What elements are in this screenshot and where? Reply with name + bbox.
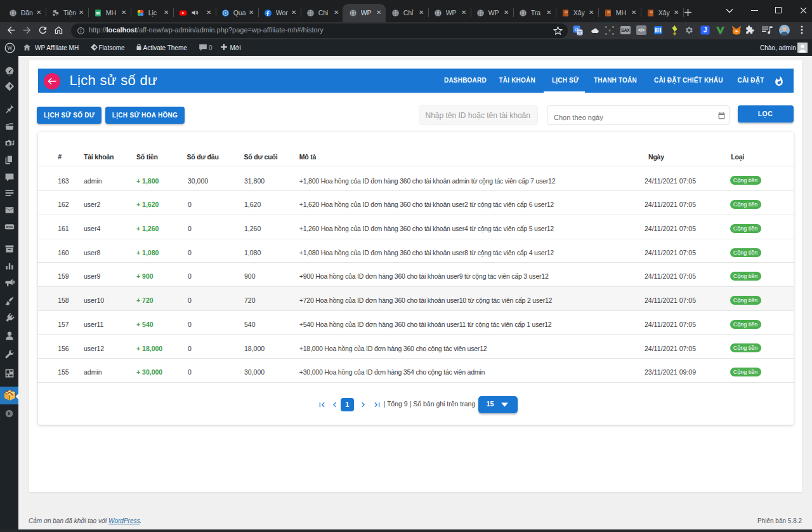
svg-text:W: W [7, 44, 13, 51]
svg-text:WOO: WOO [6, 225, 13, 229]
svg-text:J: J [704, 27, 707, 34]
svg-text:文: 文 [577, 30, 582, 36]
